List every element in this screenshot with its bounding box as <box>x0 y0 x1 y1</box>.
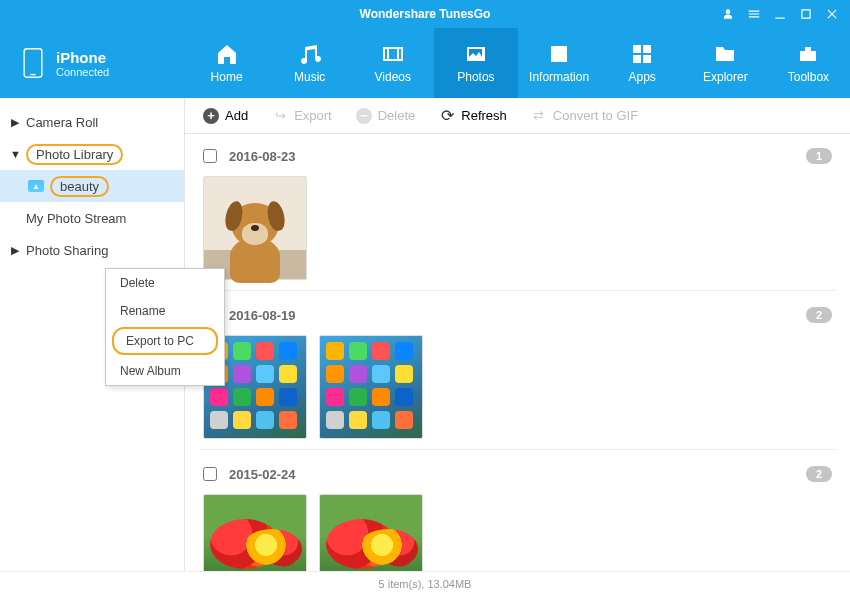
export-icon: ↪ <box>272 108 288 124</box>
status-bar: 5 item(s), 13.04MB <box>0 571 850 595</box>
phone-icon <box>22 47 44 79</box>
video-icon <box>379 42 407 66</box>
photo-thumbnail[interactable] <box>203 176 307 280</box>
chevron-right-icon: ▶ <box>10 116 20 129</box>
button-label: Add <box>225 108 248 123</box>
tab-apps[interactable]: Apps <box>601 28 684 98</box>
tab-music[interactable]: Music <box>268 28 351 98</box>
user-icon[interactable] <box>720 6 736 22</box>
group-count-badge: 1 <box>806 148 832 164</box>
device-name: iPhone <box>56 49 109 66</box>
app-title: Wondershare TunesGo <box>360 7 491 21</box>
context-menu: Delete Rename Export to PC New Album <box>105 268 225 386</box>
sidebar: ▶ Camera Roll ▼ Photo Library beauty My … <box>0 98 185 571</box>
context-menu-rename[interactable]: Rename <box>106 297 224 325</box>
group-header[interactable]: 2016-08-19 2 <box>199 301 836 329</box>
context-menu-delete[interactable]: Delete <box>106 269 224 297</box>
info-icon <box>545 42 573 66</box>
button-label: Export <box>294 108 332 123</box>
refresh-button[interactable]: ⟳ Refresh <box>439 108 507 124</box>
sidebar-item-label: My Photo Stream <box>26 211 126 226</box>
chevron-down-icon: ▼ <box>10 148 20 160</box>
sidebar-item-photo-sharing[interactable]: ▶ Photo Sharing <box>0 234 184 266</box>
music-icon <box>296 42 324 66</box>
delete-button[interactable]: − Delete <box>356 108 416 124</box>
photo-group: 2015-02-24 2 <box>199 460 836 571</box>
tab-information[interactable]: Information <box>518 28 601 98</box>
photo-thumbnail[interactable] <box>203 494 307 571</box>
sidebar-item-label: Camera Roll <box>26 115 98 130</box>
sidebar-item-camera-roll[interactable]: ▶ Camera Roll <box>0 106 184 138</box>
convert-gif-button[interactable]: ⇄ Convert to GIF <box>531 108 638 124</box>
button-label: Delete <box>378 108 416 123</box>
group-date: 2016-08-19 <box>229 308 296 323</box>
device-status: Connected <box>56 66 109 78</box>
device-panel[interactable]: iPhone Connected <box>0 28 185 98</box>
photos-icon <box>462 42 490 66</box>
export-button[interactable]: ↪ Export <box>272 108 332 124</box>
photo-group: 2016-08-23 1 <box>199 142 836 291</box>
sidebar-item-label: Photo Library <box>26 144 123 165</box>
context-menu-export-to-pc[interactable]: Export to PC <box>112 327 218 355</box>
tab-explorer[interactable]: Explorer <box>684 28 767 98</box>
minimize-icon[interactable] <box>772 6 788 22</box>
window-controls <box>710 6 850 22</box>
tab-label: Photos <box>457 70 494 84</box>
chevron-right-icon: ▶ <box>10 244 20 257</box>
tab-photos[interactable]: Photos <box>434 28 517 98</box>
maximize-icon[interactable] <box>798 6 814 22</box>
group-date: 2015-02-24 <box>229 467 296 482</box>
tab-label: Explorer <box>703 70 748 84</box>
toolbar: + Add ↪ Export − Delete ⟳ Refresh ⇄ Conv… <box>185 98 850 134</box>
group-checkbox[interactable] <box>203 467 217 481</box>
tab-toolbox[interactable]: Toolbox <box>767 28 850 98</box>
svg-rect-0 <box>24 49 42 77</box>
group-checkbox[interactable] <box>203 149 217 163</box>
context-menu-new-album[interactable]: New Album <box>106 357 224 385</box>
sidebar-item-photo-library[interactable]: ▼ Photo Library <box>0 138 184 170</box>
sidebar-item-label: Photo Sharing <box>26 243 108 258</box>
group-date: 2016-08-23 <box>229 149 296 164</box>
sidebar-item-label: beauty <box>50 176 109 197</box>
photo-thumbnail[interactable] <box>319 494 423 571</box>
tab-label: Music <box>294 70 325 84</box>
sidebar-item-photo-stream[interactable]: My Photo Stream <box>0 202 184 234</box>
minus-icon: − <box>356 108 372 124</box>
tab-label: Toolbox <box>788 70 829 84</box>
home-icon <box>213 42 241 66</box>
menu-icon[interactable] <box>746 6 762 22</box>
title-bar: Wondershare TunesGo <box>0 0 850 28</box>
convert-icon: ⇄ <box>531 108 547 124</box>
main-panel: + Add ↪ Export − Delete ⟳ Refresh ⇄ Conv… <box>185 98 850 571</box>
apps-icon <box>628 42 656 66</box>
tab-home[interactable]: Home <box>185 28 268 98</box>
group-header[interactable]: 2016-08-23 1 <box>199 142 836 170</box>
tab-label: Apps <box>629 70 656 84</box>
button-label: Convert to GIF <box>553 108 638 123</box>
plus-icon: + <box>203 108 219 124</box>
main-tabs: Home Music Videos Photos Information App… <box>185 28 850 98</box>
status-text: 5 item(s), 13.04MB <box>379 578 472 590</box>
add-button[interactable]: + Add <box>203 108 248 124</box>
group-count-badge: 2 <box>806 466 832 482</box>
folder-icon <box>711 42 739 66</box>
group-header[interactable]: 2015-02-24 2 <box>199 460 836 488</box>
toolbox-icon <box>794 42 822 66</box>
close-icon[interactable] <box>824 6 840 22</box>
album-icon <box>28 180 44 192</box>
group-count-badge: 2 <box>806 307 832 323</box>
tab-label: Videos <box>375 70 411 84</box>
photo-group: 2016-08-19 2 <box>199 301 836 450</box>
tab-videos[interactable]: Videos <box>351 28 434 98</box>
tab-label: Home <box>211 70 243 84</box>
header: iPhone Connected Home Music Videos Photo… <box>0 28 850 98</box>
photo-thumbnail[interactable] <box>319 335 423 439</box>
refresh-icon: ⟳ <box>439 108 455 124</box>
button-label: Refresh <box>461 108 507 123</box>
sidebar-item-beauty[interactable]: beauty <box>0 170 184 202</box>
tab-label: Information <box>529 70 589 84</box>
photo-content: 2016-08-23 1 2016-08-19 2 <box>185 134 850 571</box>
